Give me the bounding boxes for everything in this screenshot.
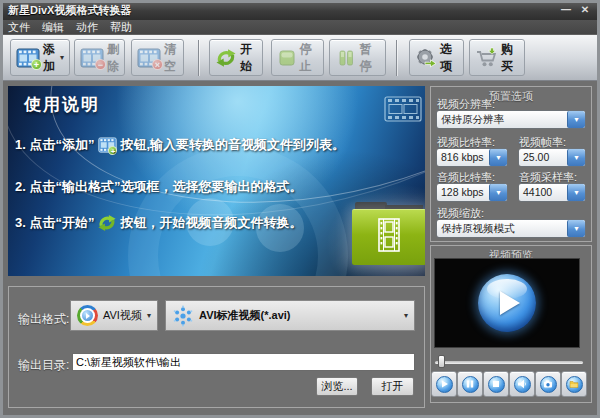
options-button[interactable]: 选项 — [409, 39, 464, 76]
green-square-icon — [277, 47, 296, 68]
menu-action[interactable]: 动作 — [76, 20, 98, 34]
delete-button[interactable]: − 删除 — [74, 39, 125, 76]
output-directory-input[interactable] — [72, 353, 415, 371]
chevron-down-icon: ▼ — [567, 111, 585, 128]
scaling-select[interactable]: 保持原视频模式 ▼ — [436, 219, 586, 238]
preview-stop-button[interactable] — [483, 371, 509, 397]
stop-button[interactable]: 停止 — [271, 39, 324, 76]
chevron-down-icon: ▼ — [567, 149, 585, 166]
stop-icon — [488, 376, 505, 393]
chevron-down-icon: ▼ — [489, 184, 507, 201]
output-format-label: 输出格式: — [18, 311, 69, 328]
chevron-down-icon: ▼ — [489, 149, 507, 166]
instruction-step-1: 1. 点击“添加” + 按钮,输入要转换的音视频文件到列表。 — [15, 136, 345, 154]
preview-play-button[interactable] — [431, 371, 457, 397]
chevron-down-icon: ▾ — [404, 311, 408, 320]
resolution-select[interactable]: 保持原分辨率 ▼ — [436, 110, 586, 129]
gear-icon — [415, 47, 437, 68]
film-plus-icon: + — [16, 47, 40, 68]
open-button[interactable]: 打开 — [371, 377, 414, 396]
open-folder-icon — [566, 376, 583, 393]
usage-banner: 使用说明 1. 点击“添加” + 按钮,输入要转换的音视频文件到列表。 2. 点… — [8, 86, 425, 276]
film-cross-icon: × — [137, 47, 161, 68]
instruction-step-2: 2. 点击“输出格式”选项框，选择您要输出的格式。 — [15, 178, 302, 196]
chevron-down-icon: ▼ — [567, 184, 585, 201]
instruction-step-3: 3. 点击“开始” 按钮，开始视频音频文件转换。 — [15, 214, 302, 232]
pause-icon — [462, 376, 479, 393]
menubar: 文件 编辑 动作 帮助 — [0, 20, 600, 34]
seek-slider[interactable] — [435, 355, 583, 369]
chevron-down-icon: ▾ — [147, 311, 151, 320]
start-button[interactable]: 开始 — [209, 39, 263, 76]
toolbar: + 添加 ▾ − 删除 × 清空 开始 — [0, 34, 600, 81]
preview-open-folder-button[interactable] — [561, 371, 587, 397]
add-button[interactable]: + 添加 ▾ — [10, 39, 70, 76]
film-minus-icon: − — [80, 47, 104, 68]
browse-button[interactable]: 浏览... — [316, 377, 358, 396]
film-plus-icon: + — [97, 137, 117, 154]
banner-heading: 使用说明 — [24, 93, 100, 116]
framerate-select[interactable]: 25.00 ▼ — [518, 148, 586, 167]
pause-button[interactable]: 暂停 — [329, 39, 386, 76]
chevron-down-icon: ▾ — [60, 53, 64, 62]
media-player-circle-icon — [77, 305, 98, 326]
filmstrip-outline-icon — [384, 96, 422, 122]
play-orb-icon[interactable] — [478, 274, 536, 332]
preview-snapshot-button[interactable] — [535, 371, 561, 397]
output-directory-label: 输出目录: — [18, 357, 69, 374]
filmstrip-glyph — [378, 218, 400, 252]
close-button[interactable]: ✕ — [577, 3, 593, 16]
green-output-folder-icon — [352, 202, 425, 264]
window-title: 新星DivX视频格式转换器 — [8, 0, 131, 20]
menu-edit[interactable]: 编辑 — [42, 20, 64, 34]
output-profile-select[interactable]: AVI标准视频(*.avi) ▾ — [165, 300, 415, 331]
toolbar-separator — [198, 40, 199, 76]
shopping-cart-icon — [475, 47, 498, 68]
buy-button[interactable]: 购买 — [469, 39, 525, 76]
video-bitrate-select[interactable]: 816 kbps ▼ — [436, 148, 508, 167]
clear-button[interactable]: × 清空 — [131, 39, 184, 76]
blue-snowflake-icon — [172, 305, 194, 327]
seek-handle[interactable] — [438, 355, 445, 368]
menu-file[interactable]: 文件 — [8, 20, 30, 34]
seek-track — [435, 361, 583, 364]
minimize-button[interactable]: — — [558, 3, 574, 16]
app-window: 新星DivX视频格式转换器 — ✕ 文件 编辑 动作 帮助 + 添加 ▾ − 删… — [0, 0, 600, 418]
audio-bitrate-select[interactable]: 128 kbps ▼ — [436, 183, 508, 202]
chevron-down-icon: ▼ — [567, 220, 585, 237]
video-preview-screen — [434, 258, 580, 348]
toolbar-separator — [396, 40, 397, 76]
volume-icon — [514, 376, 531, 393]
sample-rate-select[interactable]: 44100 ▼ — [518, 183, 586, 202]
green-pause-bars-icon — [335, 47, 356, 68]
green-refresh-arrows-icon — [97, 214, 117, 232]
output-format-select[interactable]: AVI视频 ▾ — [70, 300, 158, 331]
preview-volume-button[interactable] — [509, 371, 535, 397]
menu-help[interactable]: 帮助 — [110, 20, 132, 34]
titlebar: 新星DivX视频格式转换器 — ✕ — [0, 0, 600, 20]
green-refresh-arrows-icon — [215, 47, 237, 68]
preview-pause-button[interactable] — [457, 371, 483, 397]
snapshot-camera-icon — [540, 376, 557, 393]
play-icon — [436, 376, 453, 393]
